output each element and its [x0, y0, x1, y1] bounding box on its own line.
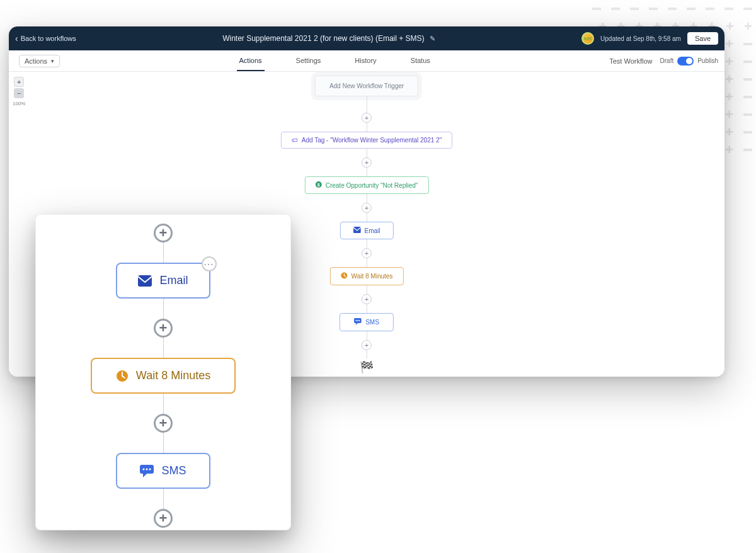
dollar-icon: $ [316, 181, 322, 189]
zoom-in-button[interactable]: + [14, 77, 24, 87]
add-step-button[interactable]: + [362, 340, 372, 350]
step-create-opportunity[interactable]: $ Create Opportunity "Not Replied" [305, 176, 429, 194]
tab-status[interactable]: Status [408, 50, 433, 71]
publish-toggle[interactable] [677, 57, 694, 66]
test-workflow-link[interactable]: Test Workflow [609, 57, 652, 65]
tag-icon: 🏷 [292, 137, 298, 144]
add-step-button[interactable]: + [362, 157, 372, 168]
sms-icon [354, 318, 362, 326]
add-step-button[interactable]: + [362, 113, 372, 123]
svg-rect-2 [353, 227, 360, 233]
svg-rect-8 [138, 275, 152, 287]
svg-point-6 [357, 320, 358, 321]
zoom-percent: 100% [13, 101, 25, 106]
step-email[interactable]: Email [340, 222, 393, 239]
add-trigger-node[interactable]: Add New Workflow Trigger [315, 76, 418, 96]
step-options-icon[interactable]: ⋯ [202, 256, 217, 271]
add-step-button[interactable]: + [362, 294, 372, 304]
step-label: Wait 8 Minutes [136, 369, 210, 382]
edit-title-icon[interactable]: ✎ [430, 35, 435, 43]
workflow-title: Winter Supplemental 2021 2 (for new clie… [222, 34, 424, 43]
chevron-down-icon: ▾ [51, 58, 54, 64]
clock-icon [341, 272, 348, 280]
tab-actions[interactable]: Actions [237, 50, 265, 71]
chevron-left-icon: ‹ [15, 33, 18, 43]
add-step-button-large[interactable]: + [154, 224, 173, 242]
step-label: SMS [365, 319, 379, 326]
step-label: Wait 8 Minutes [352, 273, 393, 280]
svg-point-12 [146, 468, 148, 470]
step-sms[interactable]: SMS [340, 313, 394, 331]
back-label: Back to workflows [21, 35, 76, 42]
back-to-workflows-link[interactable]: ‹ Back to workflows [15, 33, 76, 43]
email-icon [353, 227, 360, 234]
finish-flag-icon: 🏁 [360, 360, 374, 374]
step-label: SMS [161, 464, 186, 477]
step-add-tag[interactable]: 🏷 Add Tag - "Workflow Winter Supplementa… [281, 132, 452, 149]
user-avatar[interactable]: MR [581, 32, 594, 45]
add-step-button[interactable]: + [362, 203, 372, 213]
save-button[interactable]: Save [687, 32, 718, 45]
toolbar: Actions ▾ Actions Settings History Statu… [9, 50, 724, 72]
titlebar: ‹ Back to workflows Winter Supplemental … [9, 26, 724, 50]
sms-icon [140, 465, 154, 477]
actions-dropdown[interactable]: Actions ▾ [19, 55, 60, 67]
tab-settings[interactable]: Settings [294, 50, 324, 71]
svg-point-5 [356, 320, 357, 321]
svg-point-13 [149, 468, 151, 470]
clock-icon [116, 370, 129, 382]
step-label: Email [159, 274, 188, 287]
add-step-button-large[interactable]: + [154, 319, 173, 338]
step-wait[interactable]: Wait 8 Minutes [330, 267, 404, 285]
svg-text:$: $ [318, 183, 320, 188]
step-label: Create Opportunity "Not Replied" [326, 182, 418, 189]
add-step-button[interactable]: + [362, 248, 372, 258]
zoom-controls: + − 100% [13, 77, 25, 106]
zoomed-detail-panel: + Email ⋯ + Wait 8 Minutes + SMS + [35, 214, 291, 530]
add-step-button-large[interactable]: + [154, 414, 173, 433]
draft-label: Draft [660, 57, 674, 64]
zoom-out-button[interactable]: − [14, 88, 24, 98]
actions-dropdown-label: Actions [25, 57, 47, 65]
step-label: Email [364, 227, 380, 234]
zoomed-step-sms[interactable]: SMS [116, 453, 210, 489]
email-icon [138, 275, 152, 287]
svg-point-7 [359, 320, 360, 321]
zoomed-step-email[interactable]: Email ⋯ [116, 263, 210, 299]
updated-timestamp: Updated at Sep 8th, 9:58 am [600, 35, 681, 42]
tab-history[interactable]: History [352, 50, 379, 71]
step-label: Add Tag - "Workflow Winter Supplemental … [302, 137, 442, 144]
workflow-title-wrap: Winter Supplemental 2021 2 (for new clie… [76, 34, 581, 43]
workflow-flow: Add New Workflow Trigger + 🏷 Add Tag - "… [281, 76, 452, 374]
publish-label: Publish [697, 57, 718, 64]
zoomed-step-wait[interactable]: Wait 8 Minutes [91, 358, 236, 394]
add-step-button-large[interactable]: + [154, 509, 173, 528]
svg-point-11 [143, 468, 145, 470]
